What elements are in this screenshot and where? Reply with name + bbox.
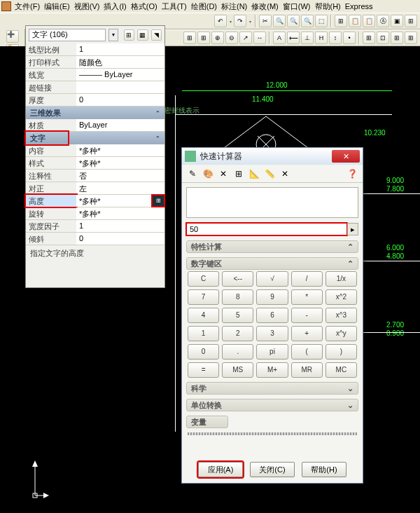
key-x^y[interactable]: x^y <box>326 326 357 341</box>
key-√[interactable]: √ <box>256 271 288 287</box>
vtool-0[interactable]: ➕ <box>6 30 19 43</box>
key-x^3[interactable]: x^3 <box>326 308 357 323</box>
key-3[interactable]: 3 <box>256 326 288 341</box>
t3-i5[interactable]: ↔ <box>253 32 266 44</box>
key-MS[interactable]: MS <box>222 362 253 378</box>
prop-value[interactable] <box>76 81 164 93</box>
menu-view[interactable]: 视图(V) <box>72 1 102 13</box>
menu-tools[interactable]: 工具(T) <box>160 1 189 13</box>
grid-icon[interactable]: ⊞ <box>335 15 347 27</box>
ct-4[interactable]: 📐 <box>248 167 260 180</box>
prop-value[interactable]: *多种* <box>76 157 164 169</box>
menu-file[interactable]: 文件(F) <box>13 1 42 13</box>
dd[interactable]: ▾ <box>228 15 232 27</box>
key-1[interactable]: 1 <box>188 326 219 341</box>
prop-value[interactable]: 随颜色 <box>76 56 164 68</box>
calculator-icon[interactable]: ⊞ <box>153 196 164 206</box>
t3-i4[interactable]: ↗ <box>239 32 252 44</box>
t3-i12[interactable]: ⊞ <box>363 32 375 44</box>
calc-resize-grip[interactable] <box>188 432 357 435</box>
cut-icon[interactable]: ✂ <box>259 15 272 27</box>
key-/[interactable]: / <box>291 271 323 287</box>
help-button[interactable]: 帮助(H) <box>302 462 346 477</box>
key-9[interactable]: 9 <box>256 289 288 305</box>
ct-3[interactable]: ⊞ <box>232 167 245 180</box>
text-icon[interactable]: Ⓐ <box>377 15 389 27</box>
t3-i7[interactable]: ⟵ <box>287 32 300 44</box>
copy-icon[interactable]: 📋 <box>363 15 375 27</box>
object-type-dropdown[interactable] <box>29 29 106 41</box>
menu-edit[interactable]: 编辑(E) <box>42 1 72 13</box>
section-3d[interactable]: 三维效果⌃ <box>26 107 164 119</box>
menu-dim[interactable]: 标注(N) <box>219 1 249 13</box>
t3-i13[interactable]: ⊡ <box>377 32 389 44</box>
t3-i0[interactable]: ⊞ <box>183 32 196 44</box>
table-icon[interactable]: ⊞ <box>405 15 417 27</box>
menu-format[interactable]: 格式(O) <box>129 1 160 13</box>
key-MR[interactable]: MR <box>291 362 323 378</box>
prop-value[interactable]: 0 <box>76 233 164 245</box>
key-<--[interactable]: <-- <box>222 271 253 287</box>
zoom-ext-icon[interactable]: 🔍 <box>301 15 314 27</box>
key-*[interactable]: * <box>291 289 323 305</box>
t3-i15[interactable]: ⊞ <box>405 32 417 44</box>
menu-modify[interactable]: 修改(M) <box>249 1 281 13</box>
key-([interactable]: ( <box>291 344 323 360</box>
calc-display[interactable] <box>186 187 358 218</box>
key-.[interactable]: . <box>222 344 253 360</box>
ct-0[interactable]: ✎ <box>186 167 199 180</box>
key-1/x[interactable]: 1/x <box>326 271 357 287</box>
key-x^2[interactable]: x^2 <box>326 289 357 305</box>
key-6[interactable]: 6 <box>256 308 288 323</box>
t3-i1[interactable]: ⊞ <box>197 32 210 44</box>
key-7[interactable]: 7 <box>188 289 219 305</box>
t3-i11[interactable]: • <box>343 32 356 44</box>
key-8[interactable]: 8 <box>222 289 253 305</box>
ct-5[interactable]: 📏 <box>263 167 276 180</box>
key-=[interactable]: = <box>188 362 219 378</box>
sect-unit-conv[interactable]: 单位转换⌄ <box>186 399 358 411</box>
sect-scientific[interactable]: 科学⌄ <box>186 382 358 395</box>
calc-result-input[interactable] <box>186 223 347 235</box>
close-button[interactable]: ✕ <box>332 150 360 163</box>
paste-icon[interactable]: 📋 <box>349 15 361 27</box>
t3-i10[interactable]: ↕ <box>329 32 342 44</box>
sect-vars[interactable]: 变量 <box>186 416 228 428</box>
prop-value[interactable]: *多种* <box>76 207 164 219</box>
menu-express[interactable]: Express <box>343 1 375 11</box>
close-button-2[interactable]: 关闭(C) <box>250 462 295 477</box>
t3-i2[interactable]: ⊕ <box>211 32 224 44</box>
ct-1[interactable]: 🎨 <box>202 167 214 180</box>
ct-2[interactable]: ✕ <box>217 167 230 180</box>
zoom-out-icon[interactable]: 🔍 <box>287 15 300 27</box>
head-ico-0[interactable]: ⊞ <box>124 29 134 41</box>
block-icon[interactable]: ▣ <box>391 15 403 27</box>
key-M+[interactable]: M+ <box>256 362 288 378</box>
zoom-in-icon[interactable]: 🔍 <box>273 15 286 27</box>
t3-i3[interactable]: ⊖ <box>225 32 238 44</box>
menu-draw[interactable]: 绘图(D) <box>189 1 219 13</box>
key-+[interactable]: + <box>291 326 323 341</box>
head-ico-2[interactable]: ◥ <box>151 29 162 41</box>
key-4[interactable]: 4 <box>188 308 219 323</box>
prop-value[interactable]: ByLayer <box>76 119 164 131</box>
sect-property-calc[interactable]: 特性计算⌃ <box>186 240 358 253</box>
prop-value[interactable]: 1 <box>76 43 164 55</box>
menu-window[interactable]: 窗口(W) <box>281 1 313 13</box>
t3-i14[interactable]: ⊞ <box>391 32 403 44</box>
key-5[interactable]: 5 <box>222 308 253 323</box>
menu-help[interactable]: 帮助(H) <box>313 1 343 13</box>
ct-help[interactable]: ❓ <box>346 167 358 180</box>
prop-value[interactable]: 1 <box>76 220 164 232</box>
key-MC[interactable]: MC <box>326 362 357 378</box>
prop-value[interactable]: 0 <box>76 94 164 106</box>
pan-icon[interactable]: ⬚ <box>315 15 328 27</box>
key-2[interactable]: 2 <box>222 326 253 341</box>
prop-value[interactable]: ——— ByLayer <box>76 69 164 81</box>
key-C[interactable]: C <box>188 271 219 287</box>
calc-result-apply-icon[interactable]: ▸ <box>347 223 358 235</box>
head-ico-1[interactable]: ▦ <box>137 29 148 41</box>
t3-i9[interactable]: H <box>315 32 328 44</box>
sect-numpad[interactable]: 数字键区⌃ <box>186 257 358 270</box>
calc-titlebar[interactable]: 快速计算器 ✕ <box>182 148 363 165</box>
